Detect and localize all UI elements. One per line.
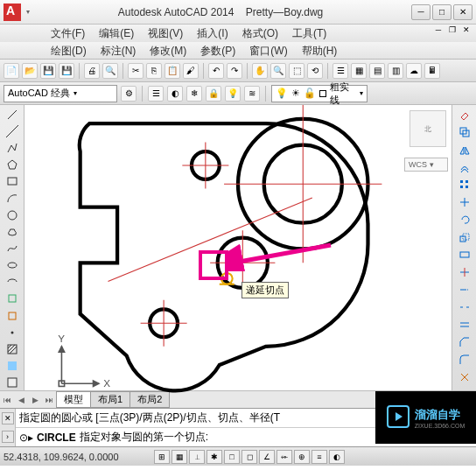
sheetset-icon[interactable]: ▥ bbox=[388, 63, 403, 79]
3dosnap-toggle[interactable]: ◻ bbox=[242, 450, 257, 464]
menu-help[interactable]: 帮助(H) bbox=[295, 42, 345, 59]
array-icon[interactable] bbox=[456, 177, 473, 193]
copy-icon[interactable]: ⎘ bbox=[146, 63, 162, 79]
fillet-icon[interactable] bbox=[456, 352, 473, 368]
xline-icon[interactable] bbox=[4, 123, 21, 138]
rectangle-icon[interactable] bbox=[4, 174, 21, 189]
explode-icon[interactable] bbox=[456, 369, 473, 385]
linetype-combo[interactable]: 💡 ☀ 🔓 粗实线 ▾ bbox=[271, 85, 368, 102]
doc-minimize-button[interactable]: ─ bbox=[432, 25, 444, 38]
cmd-close-icon[interactable]: ✕ bbox=[2, 412, 14, 424]
offset-icon[interactable] bbox=[456, 159, 473, 175]
designcenter-icon[interactable]: ▦ bbox=[351, 63, 367, 79]
line-icon[interactable] bbox=[4, 107, 21, 122]
gradient-icon[interactable] bbox=[4, 359, 21, 374]
move-icon[interactable] bbox=[456, 194, 473, 210]
polyline-icon[interactable] bbox=[4, 140, 21, 155]
stretch-icon[interactable] bbox=[456, 247, 473, 263]
undo-icon[interactable]: ↶ bbox=[208, 63, 224, 79]
maximize-button[interactable]: □ bbox=[432, 4, 452, 20]
app-logo[interactable] bbox=[4, 4, 21, 21]
layer-iso-icon[interactable]: ◐ bbox=[167, 86, 183, 102]
menu-modify[interactable]: 修改(M) bbox=[143, 42, 193, 59]
matchprop-icon[interactable]: 🖌 bbox=[183, 63, 199, 79]
revcloud-icon[interactable] bbox=[4, 224, 21, 239]
layer-lock-icon[interactable]: 🔒 bbox=[206, 86, 221, 102]
snap-toggle[interactable]: ⊞ bbox=[154, 450, 170, 464]
viewcube[interactable]: 北 bbox=[410, 110, 446, 147]
osnap-toggle[interactable]: □ bbox=[224, 450, 240, 464]
polar-toggle[interactable]: ✱ bbox=[206, 450, 222, 464]
menu-insert[interactable]: 插入(I) bbox=[190, 25, 234, 42]
preview-icon[interactable]: 🔍 bbox=[102, 63, 118, 79]
hatch-icon[interactable] bbox=[4, 341, 21, 356]
drawing-canvas[interactable]: X Y 递延切点 北 WCS ▾ bbox=[24, 105, 452, 390]
workspace-combo[interactable]: AutoCAD 经典▾ bbox=[4, 85, 117, 102]
workspace-settings-icon[interactable]: ⚙ bbox=[121, 86, 136, 102]
paste-icon[interactable]: 📋 bbox=[164, 63, 180, 79]
mirror-icon[interactable] bbox=[456, 142, 473, 158]
menu-window[interactable]: 窗口(W) bbox=[242, 42, 294, 59]
ortho-toggle[interactable]: ⟂ bbox=[189, 450, 205, 464]
polygon-icon[interactable] bbox=[4, 158, 21, 172]
break-icon[interactable] bbox=[456, 299, 473, 315]
scale-icon[interactable] bbox=[456, 229, 473, 245]
rotate-icon[interactable] bbox=[456, 212, 473, 228]
doc-restore-button[interactable]: ❐ bbox=[446, 25, 458, 38]
insert-block-icon[interactable] bbox=[4, 291, 21, 306]
otrack-toggle[interactable]: ∠ bbox=[259, 450, 275, 464]
layer-props-icon[interactable]: ☰ bbox=[148, 86, 164, 102]
plot-icon[interactable]: 🖨 bbox=[84, 63, 100, 79]
layer-freeze-icon[interactable]: ❄ bbox=[186, 86, 202, 102]
saveas-icon[interactable]: 💾 bbox=[59, 63, 74, 79]
erase-icon[interactable] bbox=[456, 107, 473, 123]
menu-file[interactable]: 文件(F) bbox=[44, 25, 92, 42]
menu-parameters[interactable]: 参数(P) bbox=[193, 42, 242, 59]
toolpalette-icon[interactable]: ▤ bbox=[369, 63, 385, 79]
lineweight-toggle[interactable]: ≡ bbox=[312, 450, 327, 464]
calc-icon[interactable]: 🖩 bbox=[424, 63, 440, 79]
tab-first-icon[interactable]: ⏮ bbox=[0, 396, 14, 404]
copy-tool-icon[interactable] bbox=[456, 124, 473, 140]
minimize-button[interactable]: ─ bbox=[411, 4, 430, 20]
zoom-icon[interactable]: 🔍 bbox=[270, 63, 286, 79]
menu-format[interactable]: 格式(O) bbox=[235, 25, 285, 42]
spline-icon[interactable] bbox=[4, 241, 21, 256]
redo-icon[interactable]: ↷ bbox=[227, 63, 242, 79]
grid-toggle[interactable]: ▦ bbox=[172, 450, 187, 464]
trim-icon[interactable] bbox=[456, 264, 473, 280]
new-icon[interactable]: 📄 bbox=[4, 63, 19, 79]
transparency-toggle[interactable]: ◐ bbox=[329, 450, 345, 464]
layer-match-icon[interactable]: ≋ bbox=[244, 86, 260, 102]
menu-tools[interactable]: 工具(T) bbox=[285, 25, 333, 42]
circle-icon[interactable] bbox=[4, 207, 21, 222]
cmd-options-icon[interactable]: › bbox=[2, 431, 14, 443]
open-icon[interactable]: 📂 bbox=[22, 63, 38, 79]
dyn-toggle[interactable]: ⊕ bbox=[294, 450, 310, 464]
make-block-icon[interactable] bbox=[4, 308, 21, 323]
menu-draw[interactable]: 绘图(D) bbox=[44, 42, 94, 59]
properties-icon[interactable]: ☰ bbox=[332, 63, 348, 79]
arc-icon[interactable] bbox=[4, 191, 21, 206]
menu-edit[interactable]: 编辑(E) bbox=[92, 25, 141, 42]
menu-dimension[interactable]: 标注(N) bbox=[94, 42, 144, 59]
zoom-prev-icon[interactable]: ⟲ bbox=[307, 63, 323, 79]
layer-off-icon[interactable]: 💡 bbox=[225, 86, 241, 102]
zoom-window-icon[interactable]: ⬚ bbox=[289, 63, 304, 79]
join-icon[interactable] bbox=[456, 317, 473, 333]
markup-icon[interactable]: ☁ bbox=[406, 63, 422, 79]
chamfer-icon[interactable] bbox=[456, 334, 473, 350]
cut-icon[interactable]: ✂ bbox=[128, 63, 144, 79]
doc-close-button[interactable]: ✕ bbox=[460, 25, 472, 38]
ellipse-icon[interactable] bbox=[4, 258, 21, 273]
extend-icon[interactable] bbox=[456, 282, 473, 298]
ellipse-arc-icon[interactable] bbox=[4, 275, 21, 290]
menu-view[interactable]: 视图(V) bbox=[141, 25, 190, 42]
wcs-indicator[interactable]: WCS ▾ bbox=[404, 158, 448, 172]
point-icon[interactable] bbox=[4, 325, 21, 340]
region-icon[interactable] bbox=[4, 375, 21, 390]
ducs-toggle[interactable]: ⬰ bbox=[276, 450, 292, 464]
save-icon[interactable]: 💾 bbox=[40, 63, 56, 79]
pan-icon[interactable]: ✋ bbox=[252, 63, 268, 79]
close-button[interactable]: ✕ bbox=[453, 4, 472, 20]
